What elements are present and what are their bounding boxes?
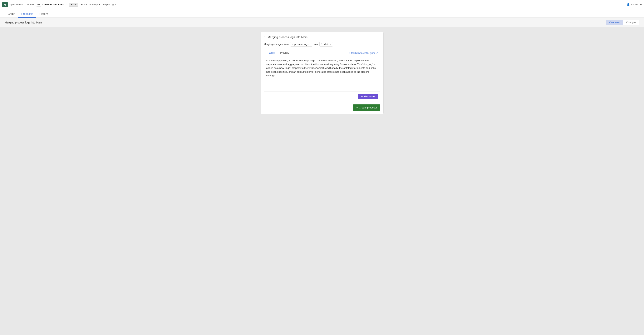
main-content: ⑂ Merging process logs into Main Merging… bbox=[0, 27, 644, 335]
editor-section: Write Preview ℹ Markdown syntax guide ↗ … bbox=[264, 50, 380, 101]
proposal-title-text: Merging process logs into Main bbox=[268, 35, 308, 39]
subheader-tab-overview[interactable]: Overview bbox=[606, 20, 623, 25]
merge-icon: ⑂ bbox=[264, 35, 266, 39]
nav-tabs: Graph Proposals History bbox=[0, 9, 644, 18]
user-icon: 👤 bbox=[627, 3, 630, 6]
tab-graph[interactable]: Graph bbox=[4, 11, 18, 18]
breadcrumb-demo[interactable]: Demo bbox=[27, 3, 34, 6]
tab-history[interactable]: History bbox=[36, 11, 51, 18]
batch-badge[interactable]: Batch bbox=[69, 3, 78, 7]
topbar: ◈ Pipeline Buil... › Demo › ••• › object… bbox=[0, 0, 644, 9]
generate-button[interactable]: ✦ Generate bbox=[358, 94, 378, 99]
markdown-guide-link[interactable]: ℹ Markdown syntax guide ↗ bbox=[350, 50, 378, 56]
to-branch-label: Main bbox=[324, 43, 329, 46]
to-branch-chevron: ▾ bbox=[330, 43, 331, 45]
create-proposal-row: + Create proposal bbox=[264, 104, 380, 111]
more-button[interactable]: ••• bbox=[36, 3, 41, 7]
editor-tab-write[interactable]: Write bbox=[266, 50, 278, 56]
app-logo: ◈ bbox=[2, 2, 8, 7]
proposal-card: ⑂ Merging process logs into Main Merging… bbox=[260, 32, 384, 114]
description-textarea[interactable] bbox=[264, 56, 380, 91]
file-menu: File ▾ Settings ▾ Help ▾ ⊞ 1 bbox=[81, 3, 116, 6]
to-branch-select[interactable]: ⑂ Main ▾ bbox=[320, 42, 333, 47]
info-icon: ℹ bbox=[350, 52, 350, 55]
from-branch-chevron: ▾ bbox=[310, 43, 310, 45]
merging-label: Merging changes from bbox=[264, 43, 289, 46]
breadcrumb: Pipeline Buil... › Demo › ••• › objects … bbox=[9, 3, 68, 7]
subheader-tab-changes[interactable]: Changes bbox=[623, 20, 640, 25]
merge-from-row: Merging changes from ⑂ process logs ▾ in… bbox=[264, 42, 380, 47]
share-button[interactable]: 👤 Share bbox=[627, 3, 638, 6]
topbar-right: 👤 Share ≡ bbox=[627, 3, 642, 6]
from-branch-select[interactable]: ⑂ process logs ▾ bbox=[290, 42, 312, 47]
editor-tab-group: Write Preview bbox=[266, 50, 292, 56]
instance-indicator[interactable]: ⊞ 1 bbox=[112, 3, 116, 6]
tab-proposals[interactable]: Proposals bbox=[18, 11, 36, 18]
subheader: Merging process logs into Main Overview … bbox=[0, 18, 644, 27]
create-proposal-button[interactable]: + Create proposal bbox=[353, 104, 380, 111]
branch-from-icon: ⑂ bbox=[292, 43, 293, 46]
editor-footer: ✦ Generate bbox=[264, 92, 380, 101]
subheader-tabs: Overview Changes bbox=[606, 20, 640, 25]
breadcrumb-project: objects and links bbox=[44, 3, 64, 6]
generate-icon: ✦ bbox=[361, 95, 363, 98]
proposal-title-row: ⑂ Merging process logs into Main bbox=[264, 35, 380, 39]
panels-icon[interactable]: ≡ bbox=[640, 3, 642, 6]
editor-tabs-bar: Write Preview ℹ Markdown syntax guide ↗ bbox=[264, 50, 380, 56]
from-branch-label: process logs bbox=[294, 43, 308, 46]
file-menu-file[interactable]: File ▾ bbox=[81, 3, 87, 6]
file-menu-settings[interactable]: Settings ▾ bbox=[89, 3, 100, 6]
branch-to-icon: ⑂ bbox=[321, 43, 322, 46]
breadcrumb-pipeline[interactable]: Pipeline Buil... bbox=[9, 3, 24, 6]
subheader-title: Merging process logs into Main bbox=[4, 21, 42, 24]
editor-tab-preview[interactable]: Preview bbox=[278, 50, 292, 56]
into-label: into bbox=[314, 43, 318, 46]
star-icon[interactable]: ☆ bbox=[65, 3, 68, 6]
file-menu-help[interactable]: Help ▾ bbox=[102, 3, 110, 6]
external-link-icon: ↗ bbox=[376, 52, 378, 54]
create-icon: + bbox=[356, 106, 358, 109]
